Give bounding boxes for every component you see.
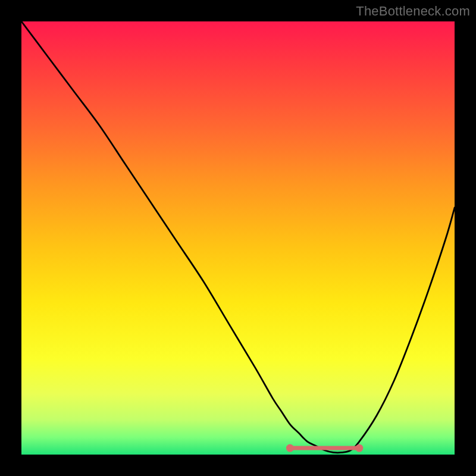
curve-svg xyxy=(21,21,455,455)
watermark-text: TheBottleneck.com xyxy=(356,4,470,19)
plot-area xyxy=(21,21,455,455)
marker-left xyxy=(286,444,294,452)
bottleneck-curve-path xyxy=(21,21,455,453)
marker-right xyxy=(355,444,363,452)
chart-frame: TheBottleneck.com xyxy=(0,0,476,476)
